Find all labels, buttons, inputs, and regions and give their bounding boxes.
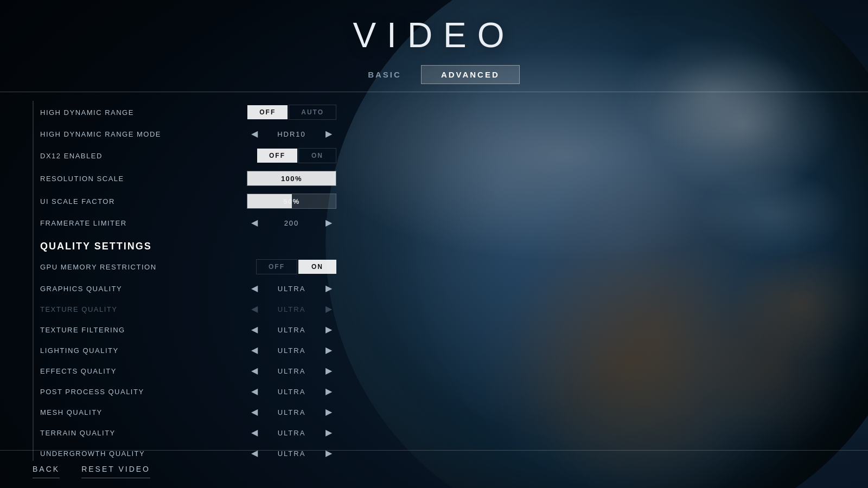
value-texture-quality: ULTRA	[270, 305, 314, 313]
setting-label-lighting-quality: LIGHTING QUALITY	[40, 346, 247, 355]
arrow-texture-quality: ◀ ULTRA ▶	[247, 303, 336, 316]
arrow-right-texture-quality[interactable]: ▶	[321, 303, 336, 316]
quality-settings-header: QUALITY SETTINGS	[33, 233, 336, 255]
arrow-right-graphics[interactable]: ▶	[321, 282, 336, 295]
arrow-right-effects[interactable]: ▶	[321, 364, 336, 377]
setting-dx12: DX12 ENABLED OFF ON	[33, 144, 336, 167]
toggle-hdr-off[interactable]: OFF	[247, 105, 288, 119]
setting-label-texture-quality: TEXTURE QUALITY	[40, 305, 247, 313]
slider-track-resolution: 100%	[247, 171, 336, 186]
setting-label-post-process: POST PROCESS QUALITY	[40, 388, 247, 396]
arrow-lighting-quality: ◀ ULTRA ▶	[247, 344, 336, 357]
arrow-left-hdr-mode[interactable]: ◀	[247, 127, 262, 140]
setting-label-framerate: FRAMERATE LIMITER	[40, 219, 247, 227]
ui-container: VIDEO BASIC ADVANCED HIGH DYNAMIC RANGE …	[0, 0, 868, 488]
arrow-left-post-process[interactable]: ◀	[247, 385, 262, 398]
setting-graphics-quality: GRAPHICS QUALITY ◀ ULTRA ▶	[33, 278, 336, 299]
setting-label-gpu-memory: GPU MEMORY RESTRICTION	[40, 263, 256, 271]
value-hdr-mode: HDR10	[270, 130, 314, 138]
value-post-process: ULTRA	[270, 388, 314, 396]
value-effects-quality: ULTRA	[270, 367, 314, 375]
arrow-framerate: ◀ 200 ▶	[247, 216, 336, 229]
reset-video-button[interactable]: RESET VIDEO	[81, 460, 150, 478]
setting-label-graphics-quality: GRAPHICS QUALITY	[40, 285, 247, 293]
arrow-graphics-quality: ◀ ULTRA ▶	[247, 282, 336, 295]
setting-label-mesh-quality: MESH QUALITY	[40, 408, 247, 416]
toggle-hdr-auto[interactable]: AUTO	[289, 105, 336, 120]
tab-basic[interactable]: BASIC	[348, 66, 421, 84]
settings-panel: HIGH DYNAMIC RANGE OFF AUTO HIGH DYNAMIC…	[33, 92, 336, 461]
setting-post-process: POST PROCESS QUALITY ◀ ULTRA ▶	[33, 381, 336, 402]
arrow-right-framerate[interactable]: ▶	[321, 216, 336, 229]
toggle-dx12-off[interactable]: OFF	[257, 149, 297, 163]
arrow-right-terrain[interactable]: ▶	[321, 426, 336, 439]
value-texture-filtering: ULTRA	[270, 326, 314, 334]
bottom-bar: BACK RESET VIDEO	[0, 450, 868, 488]
slider-resolution-scale[interactable]: 100%	[247, 171, 336, 186]
toggle-high-dynamic-range: OFF AUTO	[247, 105, 336, 120]
setting-texture-quality: TEXTURE QUALITY ◀ ULTRA ▶	[33, 299, 336, 319]
value-mesh-quality: ULTRA	[270, 408, 314, 416]
setting-lighting-quality: LIGHTING QUALITY ◀ ULTRA ▶	[33, 340, 336, 361]
arrow-left-texture-filtering[interactable]: ◀	[247, 323, 262, 336]
setting-label-ui-scale: UI SCALE FACTOR	[40, 197, 247, 206]
toggle-gpu-on[interactable]: ON	[298, 260, 336, 274]
arrow-terrain-quality: ◀ ULTRA ▶	[247, 426, 336, 439]
setting-terrain-quality: TERRAIN QUALITY ◀ ULTRA ▶	[33, 422, 336, 443]
slider-track-ui-scale: 50%	[247, 194, 336, 209]
arrow-effects-quality: ◀ ULTRA ▶	[247, 364, 336, 377]
value-lighting-quality: ULTRA	[270, 346, 314, 355]
value-terrain-quality: ULTRA	[270, 429, 314, 437]
toggle-dx12: OFF ON	[257, 148, 336, 163]
setting-gpu-memory: GPU MEMORY RESTRICTION OFF ON	[33, 255, 336, 278]
toggle-gpu-off[interactable]: OFF	[256, 259, 297, 274]
tab-advanced[interactable]: ADVANCED	[421, 65, 520, 84]
toggle-gpu-memory: OFF ON	[256, 259, 336, 274]
setting-label-terrain-quality: TERRAIN QUALITY	[40, 429, 247, 437]
back-button[interactable]: BACK	[33, 460, 60, 478]
value-graphics-quality: ULTRA	[270, 285, 314, 293]
slider-ui-scale[interactable]: 50%	[247, 194, 336, 209]
arrow-post-process: ◀ ULTRA ▶	[247, 385, 336, 398]
arrow-hdr-mode: ◀ HDR10 ▶	[247, 127, 336, 140]
setting-label-high-dynamic-range: HIGH DYNAMIC RANGE	[40, 108, 247, 117]
value-framerate: 200	[270, 219, 314, 227]
arrow-texture-filtering: ◀ ULTRA ▶	[247, 323, 336, 336]
arrow-right-texture-filtering[interactable]: ▶	[321, 323, 336, 336]
setting-texture-filtering: TEXTURE FILTERING ◀ ULTRA ▶	[33, 319, 336, 340]
tabs-container: BASIC ADVANCED	[348, 65, 520, 84]
setting-high-dynamic-range: HIGH DYNAMIC RANGE OFF AUTO	[33, 101, 336, 124]
toggle-dx12-on[interactable]: ON	[298, 148, 336, 163]
setting-label-effects-quality: EFFECTS QUALITY	[40, 367, 247, 375]
slider-value-resolution: 100%	[247, 175, 336, 183]
setting-effects-quality: EFFECTS QUALITY ◀ ULTRA ▶	[33, 361, 336, 381]
setting-framerate-limiter: FRAMERATE LIMITER ◀ 200 ▶	[33, 213, 336, 233]
setting-ui-scale: UI SCALE FACTOR 50%	[33, 190, 336, 213]
arrow-left-terrain[interactable]: ◀	[247, 426, 262, 439]
setting-mesh-quality: MESH QUALITY ◀ ULTRA ▶	[33, 402, 336, 422]
arrow-left-framerate[interactable]: ◀	[247, 216, 262, 229]
page-title: VIDEO	[353, 15, 515, 55]
arrow-left-effects[interactable]: ◀	[247, 364, 262, 377]
arrow-mesh-quality: ◀ ULTRA ▶	[247, 406, 336, 419]
arrow-right-hdr-mode[interactable]: ▶	[321, 127, 336, 140]
setting-label-texture-filtering: TEXTURE FILTERING	[40, 326, 247, 334]
arrow-right-post-process[interactable]: ▶	[321, 385, 336, 398]
setting-label-hdr-mode: HIGH DYNAMIC RANGE MODE	[40, 130, 247, 138]
arrow-left-texture-quality[interactable]: ◀	[247, 303, 262, 316]
setting-hdr-mode: HIGH DYNAMIC RANGE MODE ◀ HDR10 ▶	[33, 124, 336, 144]
slider-value-ui-scale: 50%	[247, 197, 336, 206]
setting-resolution-scale: RESOLUTION SCALE 100%	[33, 167, 336, 190]
setting-label-dx12: DX12 ENABLED	[40, 152, 257, 160]
arrow-right-mesh[interactable]: ▶	[321, 406, 336, 419]
arrow-left-graphics[interactable]: ◀	[247, 282, 262, 295]
arrow-left-lighting[interactable]: ◀	[247, 344, 262, 357]
setting-label-resolution-scale: RESOLUTION SCALE	[40, 175, 247, 183]
arrow-right-lighting[interactable]: ▶	[321, 344, 336, 357]
arrow-left-mesh[interactable]: ◀	[247, 406, 262, 419]
